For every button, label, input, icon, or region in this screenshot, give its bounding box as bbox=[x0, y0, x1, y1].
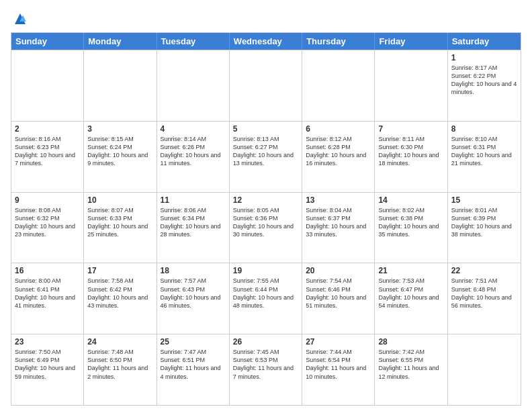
day-info: Sunrise: 7:42 AM Sunset: 6:55 PM Dayligh… bbox=[378, 348, 443, 381]
day-number: 9 bbox=[15, 195, 80, 205]
calendar-cell: 7Sunrise: 8:11 AM Sunset: 6:30 PM Daylig… bbox=[375, 122, 447, 192]
day-info: Sunrise: 8:14 AM Sunset: 6:26 PM Dayligh… bbox=[161, 135, 226, 168]
day-number: 19 bbox=[233, 266, 298, 275]
calendar-cell bbox=[11, 50, 84, 121]
day-number: 6 bbox=[306, 124, 371, 134]
calendar-cell: 1Sunrise: 8:17 AM Sunset: 6:22 PM Daylig… bbox=[448, 50, 521, 121]
day-number: 20 bbox=[306, 266, 371, 275]
day-info: Sunrise: 8:15 AM Sunset: 6:24 PM Dayligh… bbox=[87, 135, 152, 168]
calendar-cell: 28Sunrise: 7:42 AM Sunset: 6:55 PM Dayli… bbox=[375, 334, 447, 405]
calendar-cell: 27Sunrise: 7:44 AM Sunset: 6:54 PM Dayli… bbox=[302, 334, 375, 405]
calendar-cell: 24Sunrise: 7:48 AM Sunset: 6:50 PM Dayli… bbox=[84, 334, 157, 405]
day-info: Sunrise: 8:11 AM Sunset: 6:30 PM Dayligh… bbox=[378, 135, 443, 168]
header-day-tuesday: Tuesday bbox=[157, 33, 230, 50]
day-info: Sunrise: 7:58 AM Sunset: 6:42 PM Dayligh… bbox=[87, 277, 152, 310]
day-number: 25 bbox=[161, 337, 226, 347]
calendar-row: 9Sunrise: 8:08 AM Sunset: 6:32 PM Daylig… bbox=[11, 192, 521, 263]
header-day-wednesday: Wednesday bbox=[230, 33, 302, 50]
calendar-cell: 18Sunrise: 7:57 AM Sunset: 6:43 PM Dayli… bbox=[157, 263, 230, 334]
day-number: 7 bbox=[378, 124, 443, 134]
calendar-cell: 15Sunrise: 8:01 AM Sunset: 6:39 PM Dayli… bbox=[448, 193, 521, 263]
header-day-sunday: Sunday bbox=[11, 33, 84, 50]
day-info: Sunrise: 8:01 AM Sunset: 6:39 PM Dayligh… bbox=[451, 206, 517, 239]
calendar-cell bbox=[157, 50, 230, 121]
logo-icon bbox=[12, 11, 28, 27]
day-info: Sunrise: 8:06 AM Sunset: 6:34 PM Dayligh… bbox=[161, 206, 226, 239]
day-number: 2 bbox=[15, 124, 80, 134]
day-info: Sunrise: 7:51 AM Sunset: 6:48 PM Dayligh… bbox=[451, 277, 517, 310]
logo bbox=[11, 11, 28, 27]
day-info: Sunrise: 8:13 AM Sunset: 6:27 PM Dayligh… bbox=[233, 135, 298, 168]
calendar-cell: 5Sunrise: 8:13 AM Sunset: 6:27 PM Daylig… bbox=[230, 122, 302, 192]
day-number: 1 bbox=[451, 53, 517, 62]
day-number: 27 bbox=[306, 337, 371, 347]
calendar-body: 1Sunrise: 8:17 AM Sunset: 6:22 PM Daylig… bbox=[11, 50, 521, 405]
day-info: Sunrise: 7:57 AM Sunset: 6:43 PM Dayligh… bbox=[161, 277, 226, 310]
day-number: 16 bbox=[15, 266, 80, 275]
calendar-cell: 12Sunrise: 8:05 AM Sunset: 6:36 PM Dayli… bbox=[230, 193, 302, 263]
header-day-saturday: Saturday bbox=[448, 33, 521, 50]
day-info: Sunrise: 7:45 AM Sunset: 6:53 PM Dayligh… bbox=[233, 348, 298, 381]
day-number: 14 bbox=[378, 195, 443, 205]
calendar-cell: 8Sunrise: 8:10 AM Sunset: 6:31 PM Daylig… bbox=[448, 122, 521, 192]
day-number: 8 bbox=[451, 124, 517, 134]
day-number: 23 bbox=[15, 337, 80, 347]
day-number: 3 bbox=[87, 124, 152, 134]
day-info: Sunrise: 8:00 AM Sunset: 6:41 PM Dayligh… bbox=[15, 277, 80, 310]
day-info: Sunrise: 8:02 AM Sunset: 6:38 PM Dayligh… bbox=[378, 206, 443, 239]
day-info: Sunrise: 7:50 AM Sunset: 6:49 PM Dayligh… bbox=[15, 348, 80, 381]
calendar-cell bbox=[230, 50, 302, 121]
day-info: Sunrise: 8:10 AM Sunset: 6:31 PM Dayligh… bbox=[451, 135, 517, 168]
calendar-cell: 17Sunrise: 7:58 AM Sunset: 6:42 PM Dayli… bbox=[84, 263, 157, 334]
calendar-cell: 25Sunrise: 7:47 AM Sunset: 6:51 PM Dayli… bbox=[157, 334, 230, 405]
day-number: 5 bbox=[233, 124, 298, 134]
page: SundayMondayTuesdayWednesdayThursdayFrid… bbox=[0, 0, 532, 411]
day-number: 13 bbox=[306, 195, 371, 205]
calendar-cell: 4Sunrise: 8:14 AM Sunset: 6:26 PM Daylig… bbox=[157, 122, 230, 192]
day-number: 10 bbox=[87, 195, 152, 205]
calendar-row: 2Sunrise: 8:16 AM Sunset: 6:23 PM Daylig… bbox=[11, 121, 521, 192]
calendar-cell: 19Sunrise: 7:55 AM Sunset: 6:44 PM Dayli… bbox=[230, 263, 302, 334]
calendar-cell: 10Sunrise: 8:07 AM Sunset: 6:33 PM Dayli… bbox=[84, 193, 157, 263]
calendar-cell: 2Sunrise: 8:16 AM Sunset: 6:23 PM Daylig… bbox=[11, 122, 84, 192]
day-number: 17 bbox=[87, 266, 152, 275]
day-number: 12 bbox=[233, 195, 298, 205]
calendar-cell: 6Sunrise: 8:12 AM Sunset: 6:28 PM Daylig… bbox=[302, 122, 375, 192]
calendar-row: 16Sunrise: 8:00 AM Sunset: 6:41 PM Dayli… bbox=[11, 263, 521, 334]
calendar-cell: 21Sunrise: 7:53 AM Sunset: 6:47 PM Dayli… bbox=[375, 263, 447, 334]
calendar: SundayMondayTuesdayWednesdayThursdayFrid… bbox=[11, 32, 521, 406]
calendar-row: 23Sunrise: 7:50 AM Sunset: 6:49 PM Dayli… bbox=[11, 334, 521, 405]
day-number: 22 bbox=[451, 266, 517, 275]
calendar-cell bbox=[84, 50, 157, 121]
day-info: Sunrise: 8:04 AM Sunset: 6:37 PM Dayligh… bbox=[306, 206, 371, 239]
day-info: Sunrise: 8:07 AM Sunset: 6:33 PM Dayligh… bbox=[87, 206, 152, 239]
day-info: Sunrise: 7:44 AM Sunset: 6:54 PM Dayligh… bbox=[306, 348, 371, 381]
day-info: Sunrise: 8:08 AM Sunset: 6:32 PM Dayligh… bbox=[15, 206, 80, 239]
day-info: Sunrise: 8:16 AM Sunset: 6:23 PM Dayligh… bbox=[15, 135, 80, 168]
header-day-friday: Friday bbox=[375, 33, 447, 50]
calendar-cell: 26Sunrise: 7:45 AM Sunset: 6:53 PM Dayli… bbox=[230, 334, 302, 405]
calendar-cell: 16Sunrise: 8:00 AM Sunset: 6:41 PM Dayli… bbox=[11, 263, 84, 334]
day-number: 21 bbox=[378, 266, 443, 275]
calendar-cell bbox=[375, 50, 447, 121]
day-number: 28 bbox=[378, 337, 443, 347]
day-number: 18 bbox=[161, 266, 226, 275]
day-number: 24 bbox=[87, 337, 152, 347]
day-info: Sunrise: 7:48 AM Sunset: 6:50 PM Dayligh… bbox=[87, 348, 152, 381]
day-number: 11 bbox=[161, 195, 226, 205]
day-info: Sunrise: 7:55 AM Sunset: 6:44 PM Dayligh… bbox=[233, 277, 298, 310]
calendar-row: 1Sunrise: 8:17 AM Sunset: 6:22 PM Daylig… bbox=[11, 50, 521, 121]
calendar-cell bbox=[448, 334, 521, 405]
day-info: Sunrise: 7:47 AM Sunset: 6:51 PM Dayligh… bbox=[161, 348, 226, 381]
header-day-thursday: Thursday bbox=[302, 33, 375, 50]
day-info: Sunrise: 8:12 AM Sunset: 6:28 PM Dayligh… bbox=[306, 135, 371, 168]
day-number: 15 bbox=[451, 195, 517, 205]
day-info: Sunrise: 8:05 AM Sunset: 6:36 PM Dayligh… bbox=[233, 206, 298, 239]
day-number: 4 bbox=[161, 124, 226, 134]
calendar-cell: 3Sunrise: 8:15 AM Sunset: 6:24 PM Daylig… bbox=[84, 122, 157, 192]
header-day-monday: Monday bbox=[84, 33, 157, 50]
calendar-cell: 20Sunrise: 7:54 AM Sunset: 6:46 PM Dayli… bbox=[302, 263, 375, 334]
calendar-cell bbox=[302, 50, 375, 121]
day-info: Sunrise: 8:17 AM Sunset: 6:22 PM Dayligh… bbox=[451, 64, 517, 97]
day-info: Sunrise: 7:54 AM Sunset: 6:46 PM Dayligh… bbox=[306, 277, 371, 310]
